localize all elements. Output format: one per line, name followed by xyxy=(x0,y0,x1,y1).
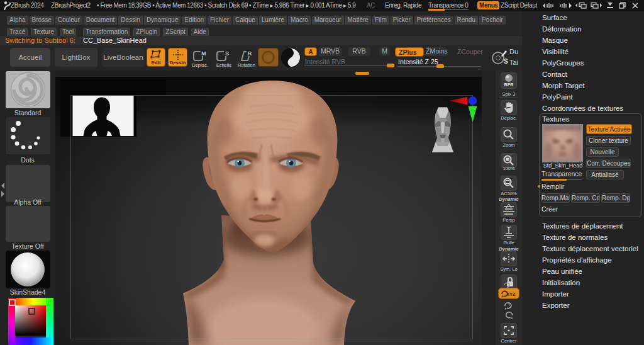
svg-text:M: M xyxy=(201,50,206,57)
svg-text:R: R xyxy=(248,50,252,57)
svg-text:Y: Y xyxy=(508,303,511,307)
svg-text:XYZ: XYZ xyxy=(506,291,516,297)
svg-text:BPR: BPR xyxy=(504,82,514,87)
svg-text:S: S xyxy=(504,58,508,65)
svg-text:S: S xyxy=(225,50,229,57)
